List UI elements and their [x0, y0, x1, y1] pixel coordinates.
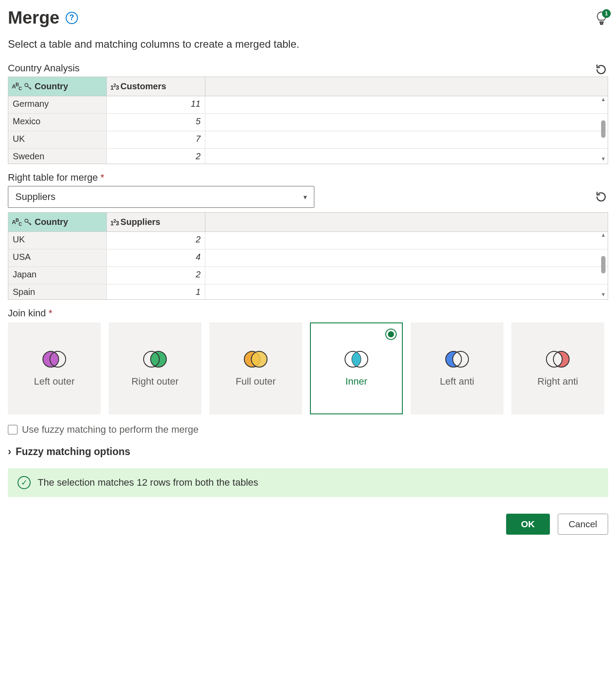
fuzzy-options-expander[interactable]: › Fuzzy matching options — [8, 446, 608, 458]
table-row[interactable]: Spain1 — [8, 284, 608, 300]
refresh-right-button[interactable] — [594, 190, 608, 204]
cell: 7 — [107, 131, 205, 148]
column-name: Suppliers — [120, 217, 160, 227]
venn-left-outer-icon — [40, 350, 68, 369]
page-subtitle: Select a table and matching columns to c… — [8, 38, 608, 50]
right-table-preview[interactable]: ABC Country 123 Suppliers UK2 USA4 Japan… — [8, 212, 608, 300]
table-row[interactable]: Mexico5 — [8, 114, 608, 131]
expander-label: Fuzzy matching options — [16, 446, 130, 458]
join-option-label: Right outer — [131, 376, 179, 387]
join-option-left-anti[interactable]: Left anti — [411, 322, 503, 414]
cell: Spain — [8, 284, 107, 300]
match-status: ✓ The selection matches 12 rows from bot… — [8, 468, 608, 497]
vertical-scrollbar[interactable]: ▲ ▼ — [600, 232, 607, 298]
insights-badge: 1 — [602, 9, 611, 18]
selected-radio-icon — [385, 329, 397, 340]
join-kind-label: Join kind — [8, 308, 46, 319]
scroll-up-icon: ▲ — [601, 96, 606, 102]
refresh-left-button[interactable] — [594, 63, 608, 77]
column-header-country[interactable]: ABC Country — [8, 77, 107, 96]
svg-point-0 — [25, 83, 28, 86]
refresh-icon — [595, 191, 607, 203]
svg-point-7 — [251, 351, 267, 367]
status-text: The selection matches 12 rows from both … — [38, 477, 258, 488]
scroll-up-icon: ▲ — [601, 232, 606, 238]
ok-button[interactable]: OK — [506, 514, 550, 535]
scroll-thumb[interactable] — [601, 256, 605, 273]
column-name: Customers — [120, 81, 166, 91]
join-option-inner[interactable]: Inner — [310, 322, 403, 414]
venn-right-anti-icon — [544, 350, 572, 369]
table-row[interactable]: Sweden2 — [8, 149, 608, 164]
svg-point-2 — [43, 351, 59, 367]
join-option-full-outer[interactable]: Full outer — [209, 322, 302, 414]
join-option-label: Left outer — [34, 376, 75, 387]
scroll-down-icon: ▼ — [601, 156, 606, 162]
number-type-icon: 123 — [110, 82, 119, 91]
join-option-label: Right anti — [538, 376, 578, 387]
cell: Germany — [8, 96, 107, 113]
column-header-customers[interactable]: 123 Customers — [107, 77, 205, 96]
cell: UK — [8, 131, 107, 148]
required-asterisk: * — [49, 308, 53, 319]
cell: UK — [8, 232, 107, 249]
cell: Mexico — [8, 114, 107, 131]
insights-button[interactable]: 1 — [595, 11, 608, 25]
checkbox-label: Use fuzzy matching to perform the merge — [22, 424, 199, 435]
key-icon — [23, 82, 33, 91]
venn-inner-icon — [342, 350, 370, 369]
key-icon — [23, 217, 33, 227]
svg-point-1 — [25, 219, 28, 222]
right-table-dropdown[interactable]: Suppliers ▾ — [8, 186, 314, 208]
help-icon[interactable]: ? — [66, 12, 78, 24]
join-option-left-outer[interactable]: Left outer — [8, 322, 101, 414]
check-circle-icon: ✓ — [18, 476, 31, 489]
left-table-preview[interactable]: ABC Country 123 Customers Germany11 Mexi… — [8, 77, 608, 164]
cell: 4 — [107, 249, 205, 266]
vertical-scrollbar[interactable]: ▲ ▼ — [600, 96, 607, 162]
join-option-label: Inner — [345, 376, 367, 387]
cancel-button[interactable]: Cancel — [558, 514, 608, 535]
cell: 2 — [107, 149, 205, 164]
join-option-label: Full outer — [236, 376, 276, 387]
svg-point-4 — [151, 351, 166, 367]
cell: 5 — [107, 114, 205, 131]
cell: 2 — [107, 232, 205, 249]
cell: 1 — [107, 284, 205, 300]
chevron-right-icon: › — [8, 446, 11, 458]
join-option-right-outer[interactable]: Right outer — [109, 322, 201, 414]
checkbox-icon — [8, 425, 18, 434]
scroll-down-icon: ▼ — [601, 291, 606, 298]
table-row[interactable]: UK2 — [8, 232, 608, 249]
column-header-country[interactable]: ABC Country — [8, 213, 107, 231]
venn-full-outer-icon — [242, 350, 270, 369]
join-option-right-anti[interactable]: Right anti — [511, 322, 604, 414]
right-table-label: Right table for merge — [8, 172, 98, 183]
column-name: Country — [35, 217, 68, 227]
text-type-icon: ABC — [12, 217, 21, 227]
column-name: Country — [35, 81, 68, 91]
cell: 11 — [107, 96, 205, 113]
fuzzy-matching-checkbox[interactable]: Use fuzzy matching to perform the merge — [8, 424, 608, 435]
cell: Japan — [8, 267, 107, 284]
left-table-label: Country Analysis — [8, 63, 80, 74]
join-kind-selector: Left outer Right outer Full outer Inner — [8, 322, 608, 414]
column-header-suppliers[interactable]: 123 Suppliers — [107, 213, 205, 231]
cell: 2 — [107, 267, 205, 284]
number-type-icon: 123 — [110, 218, 119, 227]
table-row[interactable]: Japan2 — [8, 267, 608, 284]
join-option-label: Left anti — [440, 376, 474, 387]
dropdown-value: Suppliers — [15, 191, 56, 203]
cell: Sweden — [8, 149, 107, 164]
refresh-icon — [595, 63, 607, 76]
venn-right-outer-icon — [141, 350, 169, 369]
table-row[interactable]: UK7 — [8, 131, 608, 149]
table-row[interactable]: Germany11 — [8, 96, 608, 114]
page-title: Merge — [8, 8, 60, 28]
venn-left-anti-icon — [443, 350, 471, 369]
table-row[interactable]: USA4 — [8, 249, 608, 267]
cell: USA — [8, 249, 107, 266]
chevron-down-icon: ▾ — [303, 193, 307, 201]
text-type-icon: ABC — [12, 82, 21, 91]
scroll-thumb[interactable] — [601, 120, 605, 138]
